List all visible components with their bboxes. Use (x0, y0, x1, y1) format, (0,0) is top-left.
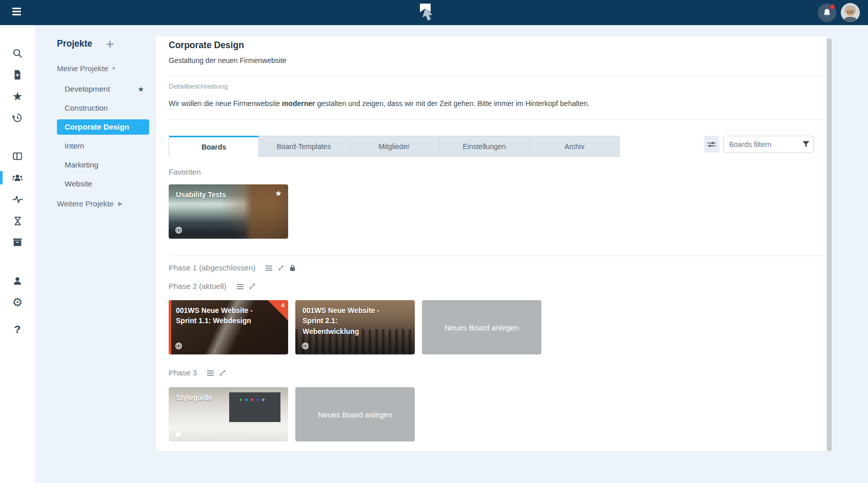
sidebar-item-corporate-design[interactable]: Corporate Design (57, 119, 149, 135)
tune-icon (706, 140, 717, 149)
board-card-title: Usability Tests (176, 190, 268, 200)
board-card-title: Styleguide (176, 392, 268, 403)
notification-corner-badge (268, 300, 288, 321)
chevron-right-icon: ▶ (118, 200, 123, 207)
icon-sidebar: ★ ⚙ ? (0, 25, 35, 483)
board-view-options-button[interactable] (704, 136, 719, 153)
project-star-icon: ★ (137, 85, 144, 93)
sidebar-item-construction[interactable]: Construction (57, 98, 149, 117)
columns-icon (12, 151, 23, 162)
chevron-down-icon: ▾ (112, 65, 115, 72)
board-card-title: 001WS Neue Website - Sprint 1.1: Webdesi… (176, 305, 268, 326)
tab-einstellungen[interactable]: Einstellungen (439, 136, 530, 157)
notification-badge (830, 4, 835, 10)
section-collapse-icon[interactable] (249, 283, 256, 290)
profile-button[interactable] (0, 270, 35, 291)
history-button[interactable] (0, 107, 35, 129)
group-icon (11, 172, 24, 184)
hourglass-icon (12, 216, 23, 226)
divider (169, 76, 826, 76)
boards-filter-input[interactable] (723, 136, 814, 153)
board-card-sprint-2-1[interactable]: 001WS Neue Website - Sprint 2.1: Webentw… (295, 300, 415, 354)
board-card-sprint-1-1[interactable]: 001WS Neue Website - Sprint 1.1: Webdesi… (169, 300, 288, 354)
my-projects-label: Meine Projekte (57, 64, 108, 73)
page-subtitle: Gestaltung der neuen Firmenwebsite (169, 56, 814, 65)
team-button[interactable] (0, 167, 35, 188)
section-label-favoriten: Favoriten (169, 167, 814, 177)
sidebar-item-website[interactable]: Website (57, 174, 149, 193)
section-label-phase2: Phase 2 (aktuell) (169, 282, 227, 291)
divider (169, 256, 826, 256)
section-lock-icon[interactable] (289, 264, 296, 271)
page-title: Corporate Design (169, 40, 814, 50)
topbar (0, 0, 868, 25)
search-icon (12, 48, 24, 59)
app-logo-icon (417, 2, 435, 25)
section-expand-icon[interactable] (277, 264, 285, 271)
new-document-button[interactable] (0, 64, 35, 86)
badge-count: 4 (281, 302, 285, 308)
pulse-icon (12, 194, 24, 205)
section-label-phase3: Phase 3 (169, 368, 197, 377)
archive-box-icon (12, 237, 23, 248)
more-projects-label: Weitere Projekte (57, 199, 114, 208)
project-detail-panel: Corporate Design Gestaltung der neuen Fi… (155, 35, 827, 452)
board-card-usability-tests[interactable]: Usability Tests ★ (169, 184, 288, 239)
section-collapse-icon[interactable] (219, 369, 226, 376)
filter-funnel-icon (802, 141, 810, 148)
section-menu-icon[interactable] (207, 370, 214, 376)
detail-description-text: Wir wollen die neue Firmenwebsite modern… (169, 99, 814, 108)
document-add-icon (12, 69, 23, 80)
user-avatar[interactable] (841, 3, 860, 22)
add-project-button[interactable]: + (106, 39, 114, 49)
sidebar-item-development[interactable]: Development ★ (57, 79, 149, 98)
globe-icon (175, 226, 183, 234)
boards-button[interactable] (0, 145, 35, 167)
section-menu-icon[interactable] (236, 283, 244, 290)
help-icon: ? (14, 323, 21, 335)
projects-sidebar: Projekte + Meine Projekte ▾ Development … (35, 25, 155, 208)
globe-icon (301, 342, 309, 350)
new-board-button[interactable]: Neues Board anlegen (295, 387, 415, 442)
sidebar-item-marketing[interactable]: Marketing (57, 155, 149, 174)
tab-archiv[interactable]: Archiv (530, 136, 620, 157)
globe-icon (175, 342, 183, 350)
favorite-star-icon[interactable]: ★ (275, 188, 282, 198)
activity-button[interactable] (0, 188, 35, 210)
time-tracking-button[interactable] (0, 210, 35, 232)
vertical-scrollbar[interactable] (827, 38, 832, 451)
person-icon (12, 275, 23, 286)
help-button[interactable]: ? (0, 319, 35, 340)
projects-title: Projekte (57, 38, 92, 49)
star-icon: ★ (12, 91, 23, 102)
tab-board-templates[interactable]: Board-Templates (259, 136, 349, 157)
settings-button[interactable]: ⚙ (0, 291, 35, 313)
gear-icon: ⚙ (12, 297, 23, 308)
lock-icon (175, 430, 181, 437)
notifications-button[interactable] (818, 4, 836, 22)
detail-description-label: Detailbeschreibung (169, 82, 814, 91)
sidebar-item-intern[interactable]: Intern (57, 136, 149, 155)
more-projects-toggle[interactable]: Weitere Projekte ▶ (57, 199, 155, 208)
board-card-title: 001WS Neue Website - Sprint 2.1: Webentw… (302, 305, 394, 337)
search-button[interactable] (0, 43, 35, 64)
history-icon (12, 112, 23, 123)
archive-button[interactable] (0, 232, 35, 253)
section-label-phase1: Phase 1 (abgeschlossen) (169, 263, 255, 272)
menu-button[interactable] (12, 8, 22, 17)
tab-boards[interactable]: Boards (169, 136, 259, 157)
new-board-button[interactable]: Neues Board anlegen (422, 300, 541, 354)
my-projects-group-toggle[interactable]: Meine Projekte ▾ (57, 64, 155, 73)
board-card-styleguide[interactable]: Styleguide (169, 387, 288, 442)
divider (169, 119, 826, 120)
section-menu-icon[interactable] (265, 265, 273, 271)
favorites-button[interactable]: ★ (0, 86, 35, 107)
tab-mitglieder[interactable]: Mitglieder (349, 136, 439, 157)
